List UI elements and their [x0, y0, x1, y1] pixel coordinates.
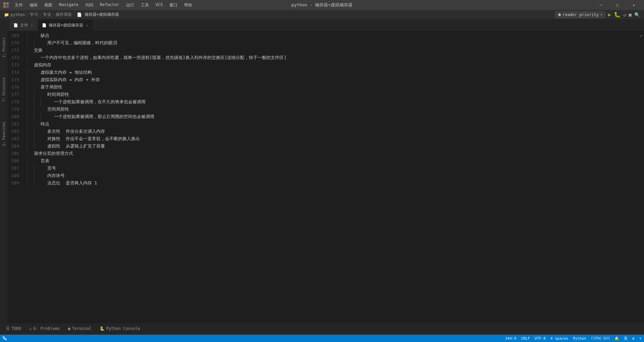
status-indent[interactable]: 4 spaces [550, 336, 568, 341]
line-number-176: 176 [7, 83, 23, 91]
side-label-favorites[interactable]: 2: Favorites [2, 122, 6, 146]
line-number-175: 175 [7, 76, 23, 83]
code-line-180: 一个进程如果被调用，那么它周围的空间也会被调用 [27, 113, 639, 120]
breadcrumb-current[interactable]: 储存器+虚拟储存器 [85, 12, 119, 17]
tab-file-close[interactable]: ✕ [30, 23, 34, 28]
tab-problems[interactable]: ⚠ 6: Problems [26, 325, 63, 333]
breadcrumb-python[interactable]: python [10, 12, 25, 17]
code-line-177: 时间局部性 [27, 91, 639, 98]
line-number-173: 173 [7, 61, 23, 69]
line-number-184: 184 [7, 142, 23, 150]
status-bar: 244:9 CRLF UTF-8 4 spaces Python CSDN@ 源… [0, 335, 644, 342]
status-git[interactable] [3, 336, 7, 340]
status-position[interactable]: 244:9 [505, 336, 516, 341]
tab-bar: 📄 文件 ✕ 📄 储存器+虚拟储存器 ✕ [0, 19, 644, 31]
status-lang2[interactable]: 英 [624, 336, 628, 341]
line-number-177: 177 [7, 91, 23, 98]
tab-storage-close[interactable]: ✕ [85, 23, 89, 28]
tab-storage-label: 储存器+虚拟储存器 [49, 22, 83, 28]
menu-navigate[interactable]: Navigate [56, 2, 81, 9]
line-number-180: 180 [7, 113, 23, 120]
menu-edit[interactable]: 编辑 [27, 2, 40, 9]
status-csdn[interactable]: CSDN@ 源码 [591, 336, 610, 341]
line-number-188: 188 [7, 172, 23, 179]
menu-refactor[interactable]: Refactor [97, 2, 122, 9]
runner-bar: reader priority ▾ ▶ 🐛 ↺ ■ 🔍 [551, 10, 644, 19]
menu-file[interactable]: 文件 [12, 2, 25, 9]
todo-label: TODO [11, 326, 21, 331]
menu-window[interactable]: 窗口 [167, 2, 180, 9]
line-number-172: 172 [7, 54, 23, 61]
code-line-187: 页号 [27, 165, 639, 172]
status-upload-icon[interactable]: ⬆ [639, 336, 641, 341]
line-number-187: 187 [7, 165, 23, 172]
tab-storage[interactable]: 📄 储存器+虚拟储存器 ✕ [38, 19, 93, 31]
code-line-174: 虚拟最大内存 = 地址结构 [27, 69, 639, 76]
code-line-179: 空间局部性 [27, 106, 639, 113]
line-number-185: 185 [7, 150, 23, 157]
line-number-179: 179 [7, 106, 23, 113]
status-bell[interactable]: 🔔 [614, 336, 619, 341]
status-line-ending[interactable]: CRLF [521, 336, 530, 341]
status-settings-icon[interactable]: ⚙ [632, 336, 635, 341]
maximize-button[interactable]: □ [610, 0, 625, 10]
line-number-183: 183 [7, 135, 23, 142]
search-icon[interactable]: 🔍 [634, 12, 640, 17]
tab-storage-icon: 📄 [42, 23, 47, 27]
code-line-186: 页表 [27, 157, 639, 165]
main-layout: 1: Project 7: Structure 2: Favorites 169… [0, 31, 644, 323]
title-bar-left: 文件 编辑 视图 Navigate 代码 Refactor 运行 工具 VCS … [3, 2, 195, 9]
tab-file[interactable]: 📄 文件 ✕ [9, 19, 38, 31]
svg-rect-3 [6, 5, 9, 8]
tab-todo[interactable]: ☰ TODO [3, 325, 24, 333]
side-label-structure[interactable]: 7: Structure [2, 77, 6, 102]
breadcrumb-major[interactable]: 专业 [43, 12, 51, 17]
menu-vcs[interactable]: VCS [153, 2, 166, 9]
refresh-icon[interactable]: ↺ [623, 12, 626, 17]
debug-button[interactable]: 🐛 [614, 11, 621, 18]
status-encoding[interactable]: UTF-8 [535, 336, 546, 341]
code-line-183: 对换性 作业不会一直常驻，会不断的换入换出 [27, 135, 639, 142]
line-number-182: 182 [7, 128, 23, 135]
menu-code[interactable]: 代码 [83, 2, 96, 9]
side-label-project[interactable]: 1: Project [2, 37, 6, 57]
code-editor[interactable]: 1691701711721731741751761771781791801811… [7, 31, 639, 323]
close-button[interactable]: ✕ [626, 0, 641, 10]
menu-help[interactable]: 帮助 [181, 2, 195, 9]
window-controls: ─ □ ✕ [593, 0, 641, 10]
menu-run[interactable]: 运行 [123, 2, 137, 9]
code-line-176: 基于局部性 [27, 83, 639, 91]
terminal-label: Terminal [72, 326, 92, 331]
menu-bar: 文件 编辑 视图 Navigate 代码 Refactor 运行 工具 VCS … [12, 2, 195, 9]
line-number-170: 170 [7, 39, 23, 47]
title-bar-right: ─ □ ✕ [593, 0, 641, 10]
line-number-189: 189 [7, 179, 23, 187]
menu-view[interactable]: 视图 [42, 2, 55, 9]
line-number-181: 181 [7, 120, 23, 128]
svg-rect-1 [6, 2, 9, 5]
status-language[interactable]: Python [573, 336, 586, 341]
breadcrumb-os[interactable]: 操作系统 [56, 12, 72, 17]
line-number-178: 178 [7, 98, 23, 106]
breadcrumb-icon: 📁 [4, 12, 9, 17]
window-title: python - 储存器+虚拟储存器 [291, 2, 353, 8]
checkmark-icon: ✓ [640, 33, 643, 38]
tab-python-console[interactable]: 🐍 Python Console [96, 325, 144, 333]
reader-priority-button[interactable]: reader priority ▾ [555, 11, 605, 18]
line-number-174: 174 [7, 69, 23, 76]
minimize-button[interactable]: ─ [593, 0, 608, 10]
code-line-182: 多次性 作业分多次调入内存 [27, 128, 639, 135]
run-button[interactable]: ▶ [608, 11, 611, 18]
side-panel-labels: 1: Project 7: Structure 2: Favorites [0, 31, 7, 323]
line-number-169: 169 [7, 32, 23, 39]
python-console-label: Python Console [106, 326, 140, 331]
stop-icon[interactable]: ■ [629, 12, 632, 17]
code-line-173: 虚拟内存 [27, 61, 639, 69]
app-logo [3, 2, 9, 8]
tab-terminal[interactable]: ▣ Terminal [65, 325, 95, 333]
line-numbers: 1691701711721731741751761771781791801811… [7, 31, 26, 323]
breadcrumb-study[interactable]: 学习 [30, 12, 38, 17]
svg-point-4 [3, 337, 4, 338]
menu-tools[interactable]: 工具 [138, 2, 152, 9]
code-line-170: 用户不可见，编程困难，时代的眼泪 [27, 39, 639, 47]
